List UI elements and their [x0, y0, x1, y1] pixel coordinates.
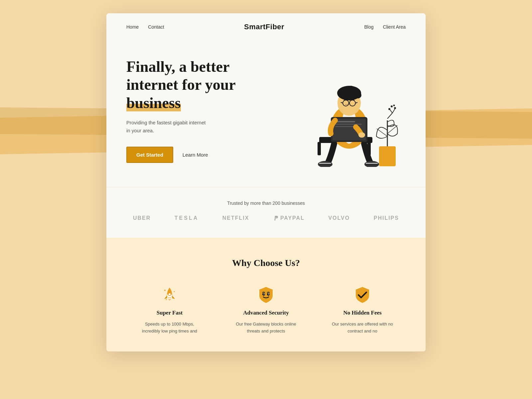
logos-row: UBER TESLA NETFLIX PayPal VOLVO PHILIPS [126, 215, 406, 221]
svg-rect-12 [335, 124, 362, 125]
trusted-section: Trusted by more than 200 businesses UBER… [106, 187, 426, 238]
nav-home[interactable]: Home [126, 24, 139, 30]
why-title: Why Choose Us? [126, 258, 406, 268]
svg-point-35 [394, 107, 396, 109]
feature-security-name: Advanced Security [243, 310, 289, 316]
nav-client-area[interactable]: Client Area [383, 24, 406, 30]
nav-contact[interactable]: Contact [148, 24, 164, 30]
svg-point-47 [264, 294, 265, 295]
hero-subtitle: Providing the fastest gigabit internetin… [126, 119, 236, 135]
svg-point-37 [391, 105, 393, 107]
hero-title: Finally, a better internet for your busi… [126, 58, 236, 112]
hero-title-highlight: business [126, 94, 181, 111]
svg-point-38 [393, 105, 395, 106]
svg-line-33 [392, 109, 395, 113]
svg-point-44 [166, 299, 167, 300]
paypal-icon [273, 215, 279, 221]
hero-illustration [279, 54, 406, 167]
main-container: Home Contact SmartFiber Blog Client Area… [106, 13, 426, 351]
logo-netflix: NETFLIX [222, 215, 249, 221]
navbar: Home Contact SmartFiber Blog Client Area [106, 13, 426, 41]
logo-paypal: PayPal [273, 215, 305, 221]
svg-point-21 [355, 92, 361, 98]
feature-fast-name: Super Fast [157, 310, 183, 316]
logo-tesla: TESLA [175, 215, 199, 221]
svg-point-6 [364, 161, 379, 167]
svg-point-43 [174, 291, 175, 292]
logo-volvo: VOLVO [328, 215, 350, 221]
feature-fees-desc: Our services are offered with no contrac… [329, 321, 396, 335]
svg-point-48 [268, 294, 269, 295]
svg-point-42 [164, 290, 166, 291]
features-row: Super Fast Speeds up to 1000 Mbps, incre… [126, 285, 406, 335]
svg-point-36 [388, 108, 390, 110]
feature-super-fast: Super Fast Speeds up to 1000 Mbps, incre… [126, 285, 213, 335]
nav-left-links: Home Contact [126, 24, 164, 30]
shield-check-icon [352, 285, 372, 305]
logo-prefix: Smart [244, 23, 266, 31]
svg-point-14 [358, 132, 365, 138]
nav-right-links: Blog Client Area [364, 24, 406, 30]
feature-no-fees: No Hidden Fees Our services are offered … [319, 285, 406, 335]
shield-face-icon [256, 285, 276, 305]
hero-text-block: Finally, a better internet for your busi… [126, 58, 236, 163]
feature-security-desc: Our free Gateway blocks online threats a… [233, 321, 299, 335]
hero-svg [279, 54, 406, 167]
trusted-label: Trusted by more than 200 businesses [126, 200, 406, 206]
svg-rect-1 [318, 142, 321, 155]
get-started-button[interactable]: Get Started [126, 147, 173, 163]
logo-suffix: Fiber [266, 23, 284, 31]
svg-rect-28 [379, 146, 396, 166]
nav-blog[interactable]: Blog [364, 24, 373, 30]
hero-section: Finally, a better internet for your busi… [106, 41, 426, 187]
svg-rect-11 [335, 121, 355, 122]
hero-actions: Get Started Learn More [126, 147, 236, 163]
logo-uber: UBER [133, 215, 151, 221]
learn-more-button[interactable]: Learn More [183, 152, 208, 158]
feature-fees-name: No Hidden Fees [343, 310, 381, 316]
logo-philips: PHILIPS [374, 215, 399, 221]
svg-line-31 [377, 129, 387, 136]
brand-logo: SmartFiber [244, 23, 284, 31]
svg-line-32 [387, 113, 392, 119]
svg-line-34 [390, 110, 392, 113]
feature-fast-desc: Speeds up to 1000 Mbps, incredibly low p… [136, 321, 203, 335]
svg-point-41 [168, 293, 171, 296]
why-section: Why Choose Us? [106, 238, 426, 351]
rocket-icon [160, 285, 180, 305]
feature-security: Advanced Security Our free Gateway block… [223, 285, 309, 335]
